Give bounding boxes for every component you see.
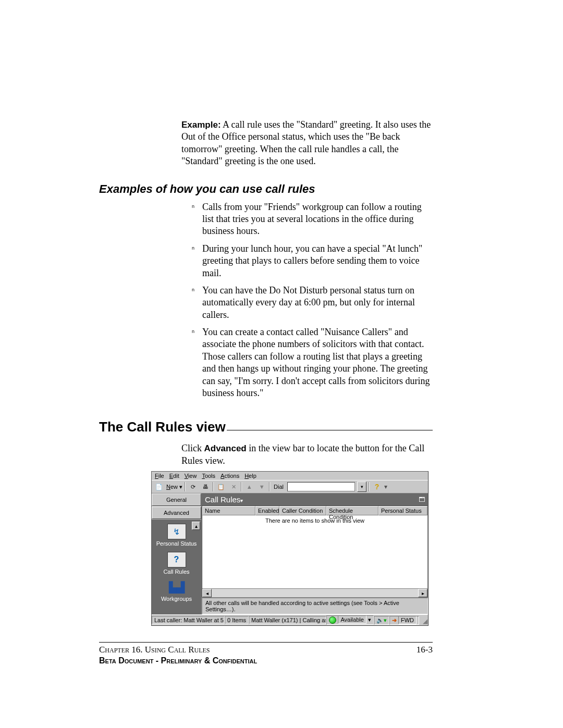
- page-footer: Chapter 16. Using Call Rules 16-3 Beta D…: [99, 642, 433, 665]
- statusbar: Last caller: Matt Waller at 5 0 Items Ma…: [152, 614, 428, 625]
- refresh-icon[interactable]: ⟳: [188, 482, 198, 492]
- status-dot-icon: [329, 616, 336, 624]
- dial-dropdown-button[interactable]: ▾: [357, 482, 366, 492]
- examples-subheading: Examples of how you can use call rules: [99, 182, 433, 196]
- grid-body: [202, 524, 427, 588]
- status-mute-icon[interactable]: 🔈▾: [374, 616, 389, 625]
- viewbar-item-label: Call Rules: [163, 569, 189, 575]
- menubar: File Edit View Tools Actions Help: [152, 472, 428, 480]
- examples-list: Calls from your "Friends" workgroup can …: [192, 201, 433, 400]
- footer-row: Chapter 16. Using Call Rules 16-3: [99, 645, 433, 655]
- toolbar-separator: [369, 482, 370, 491]
- footer-page-number: 16-3: [417, 645, 433, 655]
- workgroups-icon: ▙▟: [168, 580, 186, 595]
- personal-status-icon: ↯: [167, 524, 186, 539]
- scroll-right-icon[interactable]: ▸: [418, 589, 427, 597]
- list-item: Calls from your "Friends" workgroup can …: [192, 201, 433, 238]
- col-schedule-condition[interactable]: Schedule Condition: [326, 506, 378, 515]
- viewbar-item-label: Workgroups: [161, 596, 192, 602]
- intro-paragraph: Example: A call rule uses the "Standard"…: [181, 119, 433, 168]
- toolbar: 📄 New ▾ ⟳ 🖶 📋 ✕ ▲ ▼ Dial ▾ ? ▾: [152, 480, 428, 493]
- options-icon[interactable]: 🗔: [419, 496, 425, 503]
- empty-grid-message: There are no items to show in this view: [202, 515, 427, 524]
- toolbar-separator: [241, 482, 242, 491]
- toolbar-separator: [213, 482, 214, 491]
- grid: Name Enabled Caller Condition Schedule C…: [202, 505, 428, 598]
- viewbar-general-button[interactable]: General: [152, 493, 201, 506]
- content-titlebar: Call Rules▾ 🗔: [202, 493, 428, 505]
- down-icon[interactable]: ▼: [256, 482, 267, 492]
- print-icon[interactable]: 🖶: [200, 482, 211, 492]
- content-pane: Call Rules▾ 🗔 Name Enabled Caller Condit…: [202, 493, 428, 614]
- scroll-track[interactable]: [212, 589, 418, 597]
- overflow-icon[interactable]: ▾: [384, 483, 387, 490]
- new-button[interactable]: New ▾: [166, 484, 182, 490]
- col-enabled[interactable]: Enabled: [255, 506, 279, 515]
- call-rules-icon: ?: [167, 552, 186, 567]
- up-icon[interactable]: ▲: [244, 482, 254, 492]
- paste-icon[interactable]: 📋: [216, 482, 226, 492]
- dial-input[interactable]: [287, 482, 355, 491]
- scroll-left-icon[interactable]: ◂: [202, 589, 212, 597]
- col-personal-status[interactable]: Personal Status: [378, 506, 427, 515]
- new-icon[interactable]: 📄: [154, 482, 164, 492]
- scroll-up-icon[interactable]: ▴: [192, 522, 200, 530]
- status-item-count: 0 Items: [225, 616, 249, 624]
- col-name[interactable]: Name: [202, 506, 255, 515]
- column-headers: Name Enabled Caller Condition Schedule C…: [202, 506, 427, 515]
- resize-grip-icon[interactable]: ◢: [419, 615, 428, 625]
- viewbar-panel: ▴ ↯ Personal Status ? Call Rules ▙▟ Work…: [152, 520, 201, 614]
- col-caller-condition[interactable]: Caller Condition: [279, 506, 326, 515]
- advanced-bold: Advanced: [204, 443, 247, 453]
- status-last-caller: Last caller: Matt Waller at 5: [152, 616, 225, 624]
- viewbar: General Advanced ▴ ↯ Personal Status ? C…: [152, 493, 202, 614]
- menu-help[interactable]: Help: [244, 473, 256, 479]
- viewbar-advanced-button[interactable]: Advanced: [152, 507, 201, 519]
- delete-icon[interactable]: ✕: [228, 482, 239, 492]
- fwd-arrow-icon: ➜: [392, 617, 397, 623]
- menu-file[interactable]: File: [155, 473, 164, 479]
- horizontal-scrollbar[interactable]: ◂ ▸: [202, 588, 427, 597]
- heading-rule: [227, 430, 433, 430]
- dial-label: Dial: [272, 484, 285, 490]
- menu-view[interactable]: View: [185, 473, 197, 479]
- toolbar-separator: [269, 482, 270, 491]
- viewbar-item-call-rules[interactable]: ? Call Rules: [152, 552, 201, 575]
- example-label: Example:: [181, 120, 221, 130]
- list-item: You can create a contact called "Nuisanc…: [192, 326, 433, 399]
- list-item: During your lunch hour, you can have a s…: [192, 243, 433, 279]
- call-rules-view-heading: The Call Rules view: [99, 419, 433, 435]
- menu-tools[interactable]: Tools: [202, 473, 215, 479]
- footer-chapter: Chapter 16. Using Call Rules: [99, 645, 210, 655]
- status-available[interactable]: Available ▾: [326, 615, 374, 625]
- menu-actions[interactable]: Actions: [221, 473, 239, 479]
- list-item: You can have the Do Not Disturb personal…: [192, 285, 433, 321]
- main-area: General Advanced ▴ ↯ Personal Status ? C…: [152, 493, 428, 614]
- help-icon[interactable]: ?: [372, 482, 382, 492]
- content-title: Call Rules▾: [205, 495, 243, 504]
- viewbar-item-label: Personal Status: [156, 540, 197, 547]
- status-calling-as: Matt Waller (x171) | Calling as Susan St…: [249, 616, 326, 624]
- viewbar-item-workgroups[interactable]: ▙▟ Workgroups: [152, 580, 201, 602]
- section-intro-paragraph: Click Advanced in the view bar to locate…: [181, 442, 433, 467]
- menu-edit[interactable]: Edit: [169, 473, 179, 479]
- section-heading-text: The Call Rules view: [99, 419, 226, 435]
- app-screenshot: File Edit View Tools Actions Help 📄 New …: [151, 471, 429, 626]
- document-page: Example: A call rule uses the "Standard"…: [0, 0, 563, 728]
- info-strip: All other calls will be handled accordin…: [202, 598, 428, 614]
- toolbar-separator: [185, 482, 186, 491]
- footer-rule: [99, 642, 433, 643]
- status-fwd[interactable]: ➜ FWD: [389, 616, 419, 625]
- footer-confidential: Beta Document - Preliminary & Confidenti…: [99, 656, 433, 665]
